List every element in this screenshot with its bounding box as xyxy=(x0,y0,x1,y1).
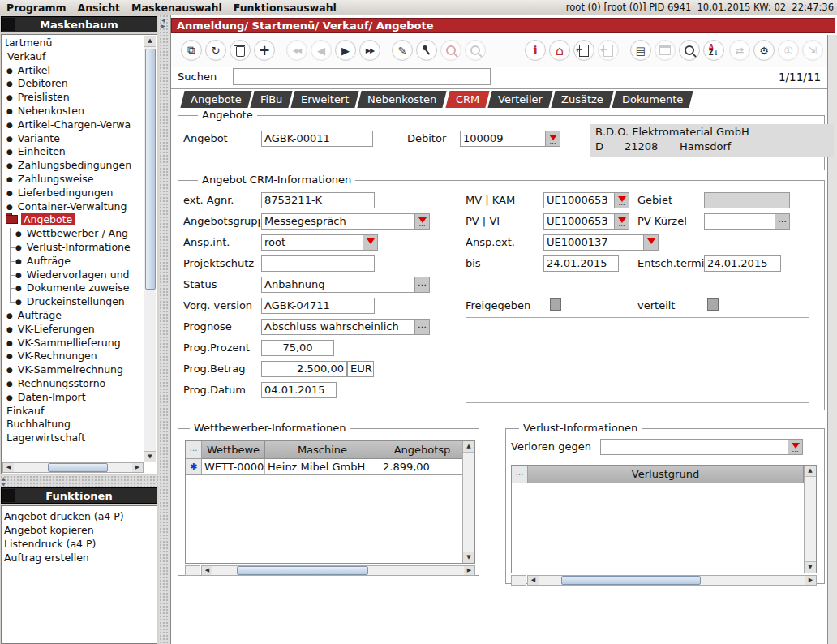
status-picker-button[interactable]: … xyxy=(414,277,430,293)
tree-item[interactable]: ●Aufträge xyxy=(2,309,144,323)
logout-button[interactable]: ← xyxy=(573,40,594,61)
tree-item[interactable]: ●VK-Sammelrechnung xyxy=(2,363,144,377)
funktion-item[interactable]: Angebot drucken (a4 P) xyxy=(4,509,154,523)
list-button[interactable]: ▤ xyxy=(630,40,651,61)
scroll-right-icon[interactable]: ▶ xyxy=(805,576,816,585)
tree-item[interactable]: ●Wettbewerber / Ang xyxy=(2,227,144,241)
bis-input[interactable]: 24.01.2015 xyxy=(543,255,619,272)
print-settings-button[interactable]: ⚙ xyxy=(753,40,775,61)
last-record-button[interactable]: ▶▶ xyxy=(359,40,380,61)
tree-item[interactable]: ●Artikel xyxy=(2,64,144,78)
home-button[interactable]: ⌂ xyxy=(549,40,570,61)
prognose-picker-button[interactable]: … xyxy=(414,319,430,335)
prog-prozent-input[interactable]: 75,00 xyxy=(261,340,334,356)
status-input[interactable]: Anbahnung xyxy=(261,277,415,293)
angebotsgruppe-dropdown-button[interactable]: … xyxy=(414,213,430,230)
sort-az-button[interactable]: AZ↓ xyxy=(703,40,724,61)
scroll-down-icon[interactable]: ▼ xyxy=(144,451,156,462)
column-header-maschine[interactable]: Maschine xyxy=(265,441,380,459)
scroll-thumb[interactable] xyxy=(145,49,156,290)
pv-kuerzel-input[interactable] xyxy=(704,213,775,230)
tab-zusaetze[interactable]: Zusätze xyxy=(551,91,613,108)
bemerkung-textarea[interactable] xyxy=(466,317,809,403)
tree-item[interactable]: ●Daten-Import xyxy=(2,391,144,405)
prognose-input[interactable]: Abschluss wahrscheinlich xyxy=(261,319,415,335)
menu-ansicht[interactable]: Ansicht xyxy=(78,2,121,14)
prog-datum-input[interactable]: 04.01.2015 xyxy=(261,382,337,398)
info-button[interactable]: i xyxy=(525,40,546,61)
scroll-right-icon[interactable]: ▶ xyxy=(132,463,143,472)
edit-button[interactable]: ✎ xyxy=(392,40,413,61)
pin-button[interactable] xyxy=(416,40,437,61)
tree-item[interactable]: ●Artikel-Chargen-Verwa xyxy=(2,118,144,132)
scroll-left-icon[interactable]: ◀ xyxy=(3,463,14,472)
tab-verteiler[interactable]: Verteiler xyxy=(487,91,552,108)
scroll-down-icon[interactable]: ▼ xyxy=(805,561,816,573)
pv-vi-input[interactable]: UE1000653 xyxy=(543,213,615,230)
freigegeben-checkbox[interactable] xyxy=(550,298,561,311)
table-corner-button[interactable]: … xyxy=(186,441,202,459)
tree-item-einkauf[interactable]: Einkauf xyxy=(2,405,144,419)
tree-item[interactable]: ●VK-Lieferungen xyxy=(2,323,144,337)
cell-angebotspreis[interactable]: 2.899,00 xyxy=(380,459,465,475)
scroll-thumb[interactable] xyxy=(48,463,108,472)
debitor-input[interactable]: 100009 xyxy=(460,131,546,147)
scroll-right-icon[interactable]: ▶ xyxy=(464,566,474,575)
menu-funktionsauswahl[interactable]: Funktionsauswahl xyxy=(234,2,337,14)
angebotsgruppe-input[interactable]: Messegespräch xyxy=(261,213,415,230)
tree-item[interactable]: ●Druckeinstellungen xyxy=(2,295,144,309)
scroll-down-icon[interactable]: ▼ xyxy=(463,552,474,563)
tab-nebenkosten[interactable]: Nebenkosten xyxy=(358,91,448,108)
projektschutz-input[interactable] xyxy=(261,255,375,272)
ansp-int-dropdown-button[interactable]: … xyxy=(363,234,378,251)
scroll-up-icon[interactable]: ▲ xyxy=(805,466,816,477)
table-vertical-scrollbar[interactable]: ▲ ▼ xyxy=(462,441,474,563)
scroll-thumb[interactable] xyxy=(561,576,701,585)
tree-item[interactable]: ●Aufträge xyxy=(2,255,144,268)
prog-betrag-input[interactable]: 2.500,00 xyxy=(261,361,347,377)
ansp-ext-dropdown-button[interactable]: … xyxy=(643,234,659,251)
column-header-wettbewerber[interactable]: Wettbewe xyxy=(202,441,265,459)
scroll-left-icon[interactable]: ◀ xyxy=(202,566,212,575)
tree-vertical-scrollbar[interactable]: ▲ ▼ xyxy=(144,36,156,462)
column-header-angebotspreis[interactable]: Angebotsp xyxy=(380,441,465,459)
sidebar-horizontal-splitter[interactable]: ▲▼ xyxy=(0,475,159,487)
table-horizontal-scrollbar[interactable]: ◀ ▶ xyxy=(527,575,817,586)
tab-angebote[interactable]: Angebote xyxy=(180,91,251,108)
mv-kam-input[interactable]: UE1000653 xyxy=(543,192,615,208)
scroll-up-icon[interactable]: ▲ xyxy=(463,441,474,453)
ext-agnr-input[interactable]: 8753211-K xyxy=(261,192,375,208)
table-corner-button[interactable]: … xyxy=(512,466,528,483)
duplicate-button[interactable]: ⧉ xyxy=(181,40,202,61)
pv-kuerzel-picker-button[interactable]: … xyxy=(775,213,790,230)
table-horizontal-scrollbar[interactable]: ◀ ▶ xyxy=(201,565,475,576)
menu-programm[interactable]: Programm xyxy=(6,2,67,14)
tree-item[interactable]: ●Debitoren xyxy=(2,77,144,91)
scroll-left-icon[interactable]: ◀ xyxy=(528,576,539,585)
column-header-verlustgrund[interactable]: Verlustgrund xyxy=(528,466,804,483)
tree-item[interactable]: ●Lieferbedingungen xyxy=(2,187,144,200)
next-record-button[interactable]: ▶ xyxy=(335,40,356,61)
sidebar-splitter[interactable]: ◀▶ xyxy=(159,15,170,644)
tree-item[interactable]: ●Preislisten xyxy=(2,91,144,105)
tree-item[interactable]: ●Rechnungsstorno xyxy=(2,377,144,391)
verteilt-checkbox[interactable] xyxy=(707,298,719,311)
add-button[interactable]: + xyxy=(254,40,275,61)
tab-erweitert[interactable]: Erweitert xyxy=(290,91,359,108)
scroll-thumb[interactable] xyxy=(237,566,368,575)
tab-fibu[interactable]: FiBu xyxy=(250,91,293,108)
tab-dokumente[interactable]: Dokumente xyxy=(612,91,693,108)
debitor-dropdown-button[interactable]: … xyxy=(545,131,560,147)
angebot-input[interactable]: AGBK-00011 xyxy=(261,131,373,147)
tree-item-startmenu[interactable]: tartmenü xyxy=(2,36,144,50)
delete-button[interactable] xyxy=(230,40,251,61)
cell-wettbewerber[interactable]: WETT-0000 xyxy=(202,459,265,475)
table-vertical-scrollbar[interactable]: ▲ ▼ xyxy=(804,466,816,573)
table-row[interactable]: ✱ WETT-0000 Heinz Mibel GmbH 2.899,00 xyxy=(186,459,474,475)
funktion-item[interactable]: Listendruck (a4 P) xyxy=(4,537,154,551)
refresh-button[interactable]: ↻ xyxy=(205,40,226,61)
vorg-version-input[interactable]: AGBK-04711 xyxy=(261,298,375,314)
row-marker[interactable]: ✱ xyxy=(186,459,202,475)
cell-maschine[interactable]: Heinz Mibel GmbH xyxy=(265,459,380,475)
tree-item[interactable]: ●Container-Verwaltung xyxy=(2,200,144,214)
